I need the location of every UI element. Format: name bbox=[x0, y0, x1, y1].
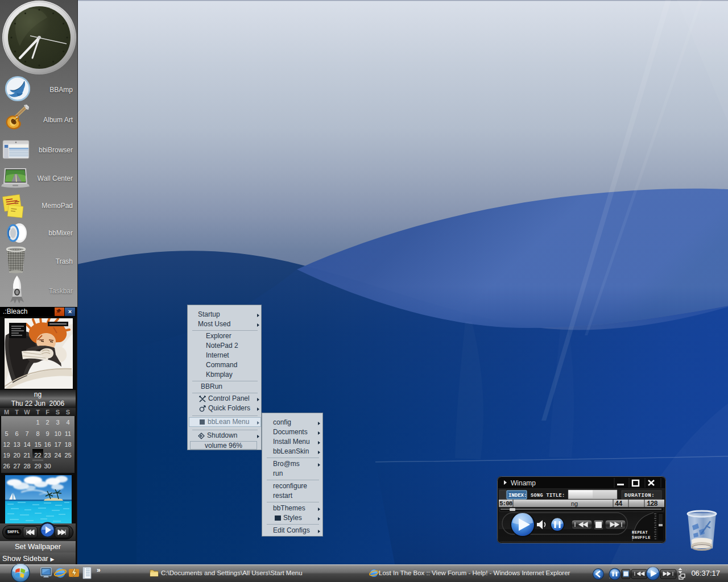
svg-text:44: 44 bbox=[615, 500, 622, 508]
svg-text:INDEX:: INDEX: bbox=[508, 493, 527, 498]
svg-text:ng: ng bbox=[571, 500, 578, 507]
svg-text:SONG TITLE:: SONG TITLE: bbox=[531, 493, 565, 498]
svg-text:SHUFFLE: SHUFFLE bbox=[632, 535, 651, 540]
svg-text:REPEAT: REPEAT bbox=[632, 530, 648, 535]
svg-text:DURATION:: DURATION: bbox=[624, 493, 655, 498]
svg-text:128: 128 bbox=[647, 500, 657, 508]
svg-text:5:08: 5:08 bbox=[499, 500, 513, 507]
svg-text:Winamp: Winamp bbox=[511, 479, 536, 487]
